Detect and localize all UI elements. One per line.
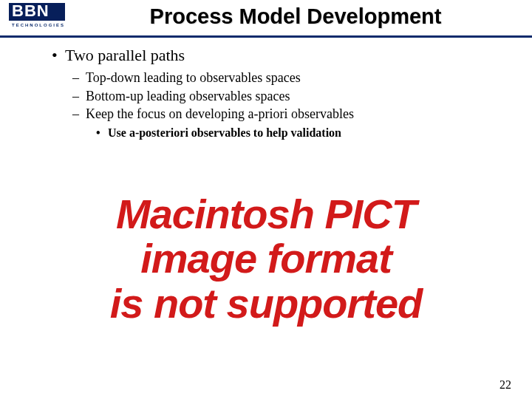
bullet-level-3: Use a-posteriori observables to help val… (96, 126, 502, 141)
bullet-level-2: Keep the focus on developing a-priori ob… (72, 106, 502, 123)
error-line-2: image format (0, 236, 532, 281)
page-title: Process Model Development (74, 4, 517, 29)
logo-name: BBN (12, 1, 50, 21)
sub-bullets: Top-down leading to observables spaces B… (72, 69, 502, 140)
header-divider (0, 35, 532, 38)
logo-subtitle: TECHNOLOGIES (12, 23, 65, 27)
logo-box: BBN TECHNOLOGIES (9, 3, 65, 34)
bullet-level-2: Top-down leading to observables spaces (72, 69, 502, 86)
error-line-3: is not supported (0, 282, 532, 326)
logo: BBN TECHNOLOGIES (9, 3, 65, 34)
slide: BBN TECHNOLOGIES Process Model Developme… (0, 0, 532, 399)
unsupported-image-text: Macintosh PICT image format is not suppo… (0, 192, 532, 326)
sub-sub-bullets: Use a-posteriori observables to help val… (96, 126, 502, 141)
body-content: Two parallel paths Top-down leading to o… (52, 46, 502, 140)
bullet-level-2: Bottom-up leading observables spaces (72, 88, 502, 105)
page-number: 22 (499, 378, 511, 392)
bullet-level-1: Two parallel paths (52, 46, 502, 65)
error-line-1: Macintosh PICT (0, 192, 532, 236)
